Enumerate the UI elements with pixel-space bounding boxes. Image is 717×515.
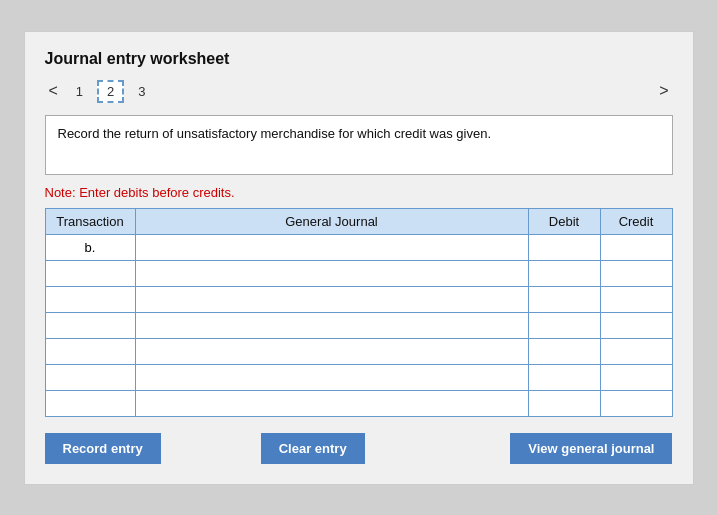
col-header-credit: Credit <box>600 208 672 234</box>
credit-cell-1[interactable] <box>600 260 672 286</box>
general-journal-cell-6[interactable] <box>135 390 528 416</box>
note-text: Note: Enter debits before credits. <box>45 185 673 200</box>
table-row <box>45 312 672 338</box>
debit-cell-1[interactable] <box>528 260 600 286</box>
instruction-box: Record the return of unsatisfactory merc… <box>45 115 673 175</box>
general-journal-cell-2[interactable] <box>135 286 528 312</box>
general-journal-cell-3[interactable] <box>135 312 528 338</box>
table-row <box>45 286 672 312</box>
col-header-transaction: Transaction <box>45 208 135 234</box>
record-entry-button[interactable]: Record entry <box>45 433 161 464</box>
transaction-cell-4[interactable] <box>45 338 135 364</box>
instruction-text: Record the return of unsatisfactory merc… <box>58 126 492 141</box>
clear-entry-button[interactable]: Clear entry <box>261 433 365 464</box>
table-row: b. <box>45 234 672 260</box>
journal-table: Transaction General Journal Debit Credit… <box>45 208 673 417</box>
transaction-cell-6[interactable] <box>45 390 135 416</box>
table-row <box>45 390 672 416</box>
credit-cell-2[interactable] <box>600 286 672 312</box>
page-title: Journal entry worksheet <box>45 50 673 68</box>
debit-cell-4[interactable] <box>528 338 600 364</box>
tab-3[interactable]: 3 <box>130 82 153 101</box>
credit-cell-0[interactable] <box>600 234 672 260</box>
transaction-cell-2[interactable] <box>45 286 135 312</box>
table-header-row: Transaction General Journal Debit Credit <box>45 208 672 234</box>
debit-cell-5[interactable] <box>528 364 600 390</box>
view-general-journal-button[interactable]: View general journal <box>510 433 672 464</box>
general-journal-cell-5[interactable] <box>135 364 528 390</box>
worksheet-container: Journal entry worksheet < 1 2 3 > Record… <box>24 31 694 485</box>
debit-cell-3[interactable] <box>528 312 600 338</box>
next-arrow[interactable]: > <box>655 82 672 100</box>
transaction-cell-3[interactable] <box>45 312 135 338</box>
general-journal-cell-4[interactable] <box>135 338 528 364</box>
col-header-general-journal: General Journal <box>135 208 528 234</box>
prev-arrow[interactable]: < <box>45 82 62 100</box>
transaction-cell-0[interactable]: b. <box>45 234 135 260</box>
general-journal-cell-1[interactable] <box>135 260 528 286</box>
button-row: Record entry Clear entry View general jo… <box>45 433 673 464</box>
tab-navigation: < 1 2 3 > <box>45 80 673 103</box>
tab-1[interactable]: 1 <box>68 82 91 101</box>
table-row <box>45 338 672 364</box>
credit-cell-6[interactable] <box>600 390 672 416</box>
debit-cell-2[interactable] <box>528 286 600 312</box>
transaction-cell-1[interactable] <box>45 260 135 286</box>
table-row <box>45 364 672 390</box>
debit-cell-0[interactable] <box>528 234 600 260</box>
debit-cell-6[interactable] <box>528 390 600 416</box>
credit-cell-4[interactable] <box>600 338 672 364</box>
transaction-cell-5[interactable] <box>45 364 135 390</box>
credit-cell-5[interactable] <box>600 364 672 390</box>
credit-cell-3[interactable] <box>600 312 672 338</box>
col-header-debit: Debit <box>528 208 600 234</box>
tab-2[interactable]: 2 <box>97 80 124 103</box>
table-row <box>45 260 672 286</box>
general-journal-cell-0[interactable] <box>135 234 528 260</box>
